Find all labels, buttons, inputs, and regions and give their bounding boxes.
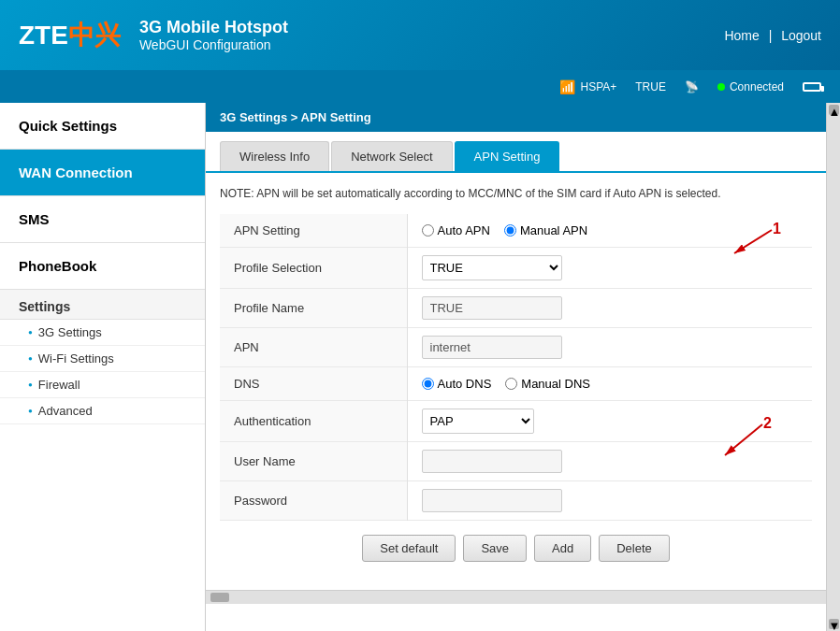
content-wrapper: 3G Settings > APN Setting Wireless Info … bbox=[206, 103, 826, 631]
settings-section-heading: Settings bbox=[0, 290, 205, 320]
breadcrumb: 3G Settings > APN Setting bbox=[206, 103, 826, 132]
header-title: 3G Mobile Hotspot WebGUI Configuration bbox=[139, 18, 288, 52]
delete-button[interactable]: Delete bbox=[599, 535, 670, 562]
logo-chinese: 中兴 bbox=[68, 21, 121, 50]
table-row: Profile Name bbox=[220, 289, 812, 328]
bullet-icon: ● bbox=[28, 380, 33, 389]
profile-selection-select[interactable]: TRUE bbox=[422, 255, 562, 280]
tab-apn-setting[interactable]: APN Setting bbox=[455, 141, 560, 171]
buttons-row: Set default Save Add Delete bbox=[220, 521, 812, 576]
apn-label: APN bbox=[220, 328, 407, 367]
connection-status: Connected bbox=[717, 80, 784, 93]
sidebar-item-advanced[interactable]: ●Advanced bbox=[0, 398, 205, 424]
battery-icon bbox=[803, 82, 821, 92]
auto-apn-label: Auto APN bbox=[438, 223, 490, 237]
annotation-container: APN Setting Auto APN Manual A bbox=[220, 214, 812, 521]
add-button[interactable]: Add bbox=[534, 535, 591, 562]
sidebar-item-wan-connection[interactable]: WAN Connection bbox=[0, 150, 205, 196]
advanced-label: Advanced bbox=[38, 404, 93, 418]
sidebar-item-phonebook[interactable]: PhoneBook bbox=[0, 243, 205, 290]
bullet-icon: ● bbox=[28, 407, 33, 415]
sidebar-item-sms[interactable]: SMS bbox=[0, 196, 205, 243]
dns-label: DNS bbox=[220, 367, 407, 401]
carrier-name: TRUE bbox=[635, 80, 666, 93]
tab-network-select[interactable]: Network Select bbox=[331, 141, 452, 171]
profile-selection-value: TRUE bbox=[407, 248, 812, 289]
form-table: APN Setting Auto APN Manual A bbox=[220, 214, 812, 521]
wan-connection-label: WAN Connection bbox=[19, 165, 133, 180]
sidebar-item-firewall[interactable]: ●Firewall bbox=[0, 372, 205, 398]
signal-bars-icon: 📶 bbox=[559, 79, 575, 94]
sidebar-item-quick-settings[interactable]: Quick Settings bbox=[0, 103, 205, 150]
username-label: User Name bbox=[220, 442, 407, 481]
username-input[interactable] bbox=[422, 450, 562, 473]
auto-apn-option[interactable]: Auto APN bbox=[422, 223, 490, 237]
password-value bbox=[407, 481, 812, 521]
scroll-down-button[interactable]: ▼ bbox=[829, 619, 839, 629]
auto-dns-option[interactable]: Auto DNS bbox=[422, 377, 492, 391]
profile-name-value bbox=[407, 289, 812, 328]
horizontal-scrollbar[interactable] bbox=[206, 590, 826, 604]
manual-dns-option[interactable]: Manual DNS bbox=[505, 377, 590, 391]
password-input[interactable] bbox=[422, 489, 562, 512]
app-title-line1: 3G Mobile Hotspot bbox=[139, 18, 288, 37]
status-bar: 📶 HSPA+ TRUE 📡 Connected bbox=[0, 70, 840, 103]
home-link[interactable]: Home bbox=[724, 28, 759, 43]
profile-selection-label: Profile Selection bbox=[220, 248, 407, 289]
carrier-status: TRUE bbox=[635, 80, 666, 93]
logo-zte: ZTE bbox=[19, 21, 68, 50]
vertical-scrollbar[interactable]: ▲ ▼ bbox=[826, 103, 840, 631]
settings-submenu: ●3G Settings ●Wi-Fi Settings ●Firewall ●… bbox=[0, 320, 205, 424]
auto-dns-radio[interactable] bbox=[422, 378, 434, 390]
dns-radio-group: Auto DNS Manual DNS bbox=[422, 377, 799, 391]
sidebar: Quick Settings WAN Connection SMS PhoneB… bbox=[0, 103, 206, 631]
bullet-icon: ● bbox=[28, 354, 33, 363]
app-title-line2: WebGUI Configuration bbox=[139, 37, 288, 52]
firewall-label: Firewall bbox=[38, 378, 80, 392]
table-row: APN bbox=[220, 328, 812, 367]
3g-settings-label: 3G Settings bbox=[38, 325, 102, 339]
nav-separator: | bbox=[769, 28, 773, 43]
authentication-label: Authentication bbox=[220, 401, 407, 442]
set-default-button[interactable]: Set default bbox=[362, 535, 456, 562]
table-row: User Name bbox=[220, 442, 812, 481]
manual-apn-option[interactable]: Manual APN bbox=[504, 223, 587, 237]
logo: ZTE中兴 bbox=[19, 18, 121, 53]
authentication-select[interactable]: PAP CHAP bbox=[422, 409, 534, 434]
main-layout: Quick Settings WAN Connection SMS PhoneB… bbox=[0, 103, 840, 631]
manual-dns-label: Manual DNS bbox=[521, 377, 590, 391]
connected-dot-icon bbox=[717, 83, 725, 91]
network-type: HSPA+ bbox=[580, 80, 616, 93]
scrollbar-thumb[interactable] bbox=[210, 593, 229, 602]
sidebar-item-wifi-settings[interactable]: ●Wi-Fi Settings bbox=[0, 346, 205, 372]
profile-name-input[interactable] bbox=[422, 296, 562, 320]
apn-value bbox=[407, 328, 812, 367]
sidebar-item-3g-settings[interactable]: ●3G Settings bbox=[0, 320, 205, 346]
phonebook-label: PhoneBook bbox=[19, 258, 96, 274]
profile-name-label: Profile Name bbox=[220, 289, 407, 328]
table-row: Password bbox=[220, 481, 812, 521]
apn-setting-value: Auto APN Manual APN bbox=[407, 214, 812, 248]
manual-dns-radio[interactable] bbox=[505, 378, 517, 390]
auto-apn-radio[interactable] bbox=[422, 224, 434, 237]
username-value bbox=[407, 442, 812, 481]
signal-status: 📶 HSPA+ bbox=[559, 79, 616, 94]
logout-link[interactable]: Logout bbox=[781, 28, 821, 43]
bullet-icon: ● bbox=[28, 328, 33, 337]
wifi-status: 📡 bbox=[685, 80, 699, 93]
dns-value: Auto DNS Manual DNS bbox=[407, 367, 812, 401]
authentication-value: PAP CHAP bbox=[407, 401, 812, 442]
scroll-up-button[interactable]: ▲ bbox=[829, 105, 839, 115]
wifi-settings-label: Wi-Fi Settings bbox=[38, 351, 114, 366]
apn-setting-radio-group: Auto APN Manual APN bbox=[422, 223, 799, 237]
connected-label: Connected bbox=[730, 80, 784, 93]
wifi-icon: 📡 bbox=[685, 80, 699, 93]
apn-input[interactable] bbox=[422, 336, 562, 359]
password-label: Password bbox=[220, 481, 407, 521]
tab-wireless-info[interactable]: Wireless Info bbox=[220, 141, 329, 171]
table-row: Authentication PAP CHAP bbox=[220, 401, 812, 442]
header: ZTE中兴 3G Mobile Hotspot WebGUI Configura… bbox=[0, 0, 840, 70]
manual-apn-label: Manual APN bbox=[520, 223, 587, 237]
manual-apn-radio[interactable] bbox=[504, 224, 516, 237]
save-button[interactable]: Save bbox=[463, 535, 527, 562]
